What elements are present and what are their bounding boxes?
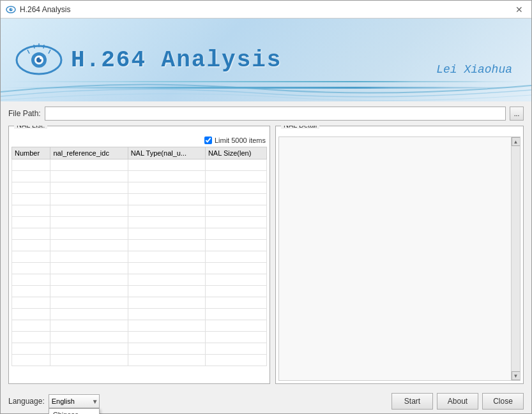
- close-window-button[interactable]: ✕: [512, 3, 526, 17]
- svg-point-7: [40, 57, 42, 59]
- limit-label: Limit 5000 items: [215, 137, 266, 144]
- start-button[interactable]: Start: [391, 393, 433, 410]
- table-row: [12, 159, 267, 171]
- table-row: [12, 286, 267, 297]
- panels-row: NAL List: Limit 5000 items Number nal_re…: [8, 126, 524, 384]
- language-select-wrapper: ▼ Chinese English: [49, 394, 100, 408]
- table-row: [12, 297, 267, 309]
- about-button[interactable]: About: [437, 393, 478, 410]
- content-area: File Path: ... NAL List: Limit 5000 item…: [1, 101, 531, 389]
- window-title: H.264 Analysis: [20, 5, 70, 14]
- table-row: [12, 217, 267, 228]
- table-row: [12, 228, 267, 240]
- scrollbar[interactable]: ▲ ▼: [511, 137, 520, 380]
- svg-line-8: [27, 50, 29, 54]
- nal-detail-legend: NAL Detail: [281, 126, 319, 129]
- banner-waves: [1, 70, 531, 101]
- svg-point-1: [10, 8, 13, 11]
- nal-list-legend: NAL List:: [14, 126, 47, 129]
- action-buttons: Start About Close: [391, 393, 524, 410]
- table-row: [12, 355, 267, 366]
- col-nal-ref-idc: nal_reference_idc: [50, 147, 128, 159]
- table-row: [12, 251, 267, 263]
- nal-detail-content[interactable]: ▲ ▼: [278, 137, 521, 381]
- language-row: Language: ▼ Chinese English: [8, 394, 100, 408]
- table-row: [12, 332, 267, 343]
- nal-detail-panel: NAL Detail ▲ ▼: [275, 126, 524, 384]
- language-select[interactable]: [49, 394, 100, 408]
- table-row: [12, 240, 267, 251]
- svg-point-2: [11, 8, 12, 10]
- nal-table-container: Number nal_reference_idc NAL Type(nal_u.…: [9, 145, 270, 383]
- file-browse-button[interactable]: ...: [510, 107, 524, 121]
- table-row: [12, 309, 267, 320]
- limit-checkbox[interactable]: [204, 137, 212, 144]
- table-row: [12, 343, 267, 355]
- svg-line-11: [43, 45, 44, 48]
- language-label: Language:: [8, 397, 45, 406]
- table-row: [12, 182, 267, 194]
- col-nal-size: NAL Size(len): [205, 147, 266, 159]
- scroll-up-arrow[interactable]: ▲: [512, 137, 521, 146]
- language-dropdown-menu[interactable]: Chinese English: [49, 408, 100, 414]
- nal-table: Number nal_reference_idc NAL Type(nal_u.…: [11, 147, 267, 366]
- table-row: [12, 320, 267, 332]
- limit-checkbox-row: Limit 5000 items: [9, 135, 270, 145]
- language-option-chinese[interactable]: Chinese: [49, 409, 99, 414]
- col-number: Number: [12, 147, 50, 159]
- nal-list-panel: NAL List: Limit 5000 items Number nal_re…: [8, 126, 270, 384]
- scroll-down-arrow[interactable]: ▼: [512, 371, 521, 380]
- main-window: H.264 Analysis ✕ H.264 Analysis Lei Xiao…: [0, 0, 532, 414]
- file-path-label: File Path:: [8, 109, 41, 118]
- table-row: [12, 171, 267, 182]
- file-path-input[interactable]: [45, 107, 506, 121]
- file-path-row: File Path: ...: [8, 107, 524, 121]
- bottom-bar: Language: ▼ Chinese English Start About …: [1, 389, 531, 413]
- table-row: [12, 274, 267, 286]
- close-button[interactable]: Close: [482, 393, 524, 410]
- col-nal-type: NAL Type(nal_u...: [128, 147, 205, 159]
- svg-line-12: [49, 50, 50, 54]
- table-row: [12, 205, 267, 217]
- svg-line-9: [34, 45, 34, 48]
- table-row: [12, 263, 267, 274]
- title-bar-left: H.264 Analysis: [6, 4, 70, 15]
- app-icon: [6, 4, 16, 15]
- title-bar: H.264 Analysis ✕: [1, 1, 531, 18]
- header-banner: H.264 Analysis Lei Xiaohua: [1, 18, 531, 101]
- table-row: [12, 194, 267, 205]
